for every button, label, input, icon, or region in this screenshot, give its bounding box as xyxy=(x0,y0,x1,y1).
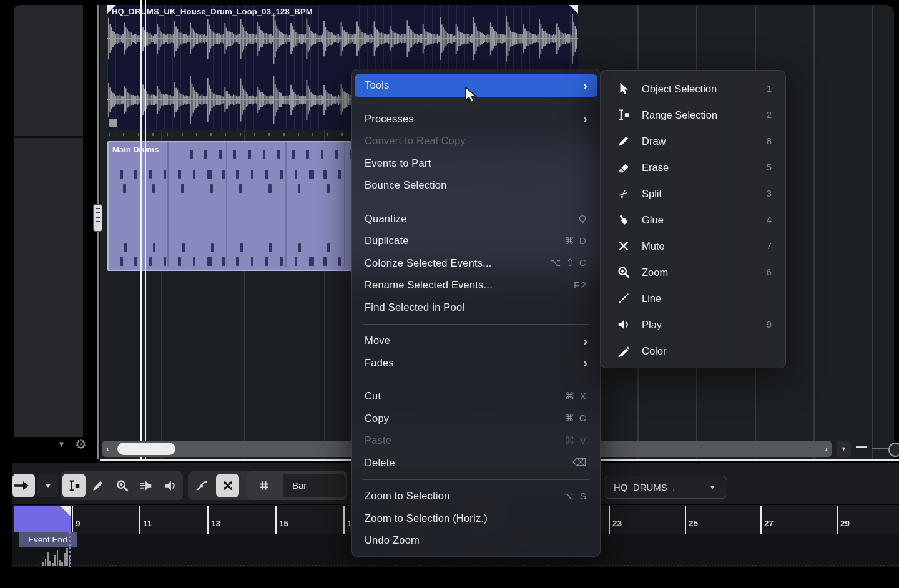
bar-tick xyxy=(225,133,226,136)
midi-note xyxy=(120,257,123,266)
splitter-handle[interactable] xyxy=(93,204,102,232)
menu-item-label: Quantize xyxy=(365,213,407,225)
menu-item-processes[interactable]: Processes› xyxy=(355,108,597,130)
scrub-tool-button[interactable] xyxy=(135,474,158,497)
range-selection-tool-button[interactable] xyxy=(62,474,86,497)
menu-separator xyxy=(363,479,589,480)
ruler-tick xyxy=(760,506,762,534)
snap-grid-control[interactable]: Bar xyxy=(247,471,347,500)
playhead-cursor[interactable] xyxy=(140,0,146,459)
menu-item-label: Find Selected in Pool xyxy=(365,301,464,313)
submenu-item-label: Color xyxy=(642,345,666,357)
chevron-down-icon: ▼ xyxy=(709,476,715,498)
midi-note xyxy=(222,170,225,179)
submenu-item-line[interactable]: Line xyxy=(603,285,783,311)
scroll-left-icon[interactable]: ‹ xyxy=(106,444,109,453)
zoom-out-icon[interactable]: — xyxy=(856,440,867,453)
submenu-key-label: 7 xyxy=(766,240,772,252)
draw-tool-button[interactable] xyxy=(87,474,110,497)
selection-tool-button[interactable] xyxy=(12,474,35,497)
submenu-item-glue[interactable]: Glue4 xyxy=(603,207,783,233)
menu-shortcut: ⌥ S xyxy=(563,491,587,502)
midi-note xyxy=(149,257,152,266)
event-corner-handle[interactable] xyxy=(569,5,578,14)
glue-icon xyxy=(616,212,632,227)
submenu-item-play[interactable]: Play9 xyxy=(603,311,783,338)
bar-tick xyxy=(138,133,139,136)
midi-note xyxy=(248,150,251,159)
audio-event-fragment[interactable] xyxy=(14,506,71,532)
menu-item-duplicate[interactable]: Duplicate⌘ D xyxy=(355,230,597,252)
zoom-tool-button[interactable] xyxy=(111,474,134,497)
scrollbar-thumb[interactable] xyxy=(117,443,175,455)
waveform-fragment xyxy=(42,548,71,566)
fade-curve-button[interactable] xyxy=(190,474,213,497)
bar-tick xyxy=(196,133,197,136)
midi-note xyxy=(149,170,152,179)
menu-item-zoom-to-selection-horiz[interactable]: Zoom to Selection (Horiz.) xyxy=(355,507,597,530)
midi-note xyxy=(222,257,225,266)
color-icon xyxy=(616,343,632,358)
scroll-right-icon[interactable]: › xyxy=(825,444,828,453)
midi-note xyxy=(277,150,280,159)
submenu-item-zoom[interactable]: Zoom6 xyxy=(603,259,783,285)
submenu-item-object-selection[interactable]: Object Selection1 xyxy=(603,76,783,102)
zoom-preset-dropdown[interactable]: ▼ xyxy=(837,441,851,457)
menu-item-label: Zoom to Selection (Horiz.) xyxy=(365,512,488,524)
menu-item-fades[interactable]: Fades› xyxy=(355,352,597,375)
snap-arrows-button[interactable] xyxy=(216,474,239,497)
menu-item-move[interactable]: Move› xyxy=(355,330,597,352)
track-list-panel[interactable] xyxy=(14,5,83,437)
submenu-item-color[interactable]: Color xyxy=(603,338,783,364)
grid-icon xyxy=(252,474,275,497)
menu-item-label: Copy xyxy=(365,413,389,424)
submenu-item-draw[interactable]: Draw8 xyxy=(603,128,783,154)
menu-item-undo-zoom[interactable]: Undo Zoom xyxy=(355,529,597,552)
play-tool-button[interactable] xyxy=(159,474,182,497)
submenu-item-erase[interactable]: Erase5 xyxy=(603,154,783,180)
midi-note xyxy=(309,257,314,266)
submenu-chevron-icon: › xyxy=(583,79,587,92)
split-icon: ✂ xyxy=(616,186,632,201)
submenu-item-split[interactable]: ✂Split3 xyxy=(603,180,783,207)
tool-options-dropdown[interactable] xyxy=(37,474,58,497)
midi-note xyxy=(295,257,298,266)
midi-note xyxy=(239,184,242,193)
submenu-item-mute[interactable]: Mute7 xyxy=(603,233,783,259)
midi-note xyxy=(292,150,295,159)
midi-note xyxy=(327,243,330,252)
grid-type-dropdown[interactable]: Bar xyxy=(283,474,346,497)
menu-separator xyxy=(363,380,589,380)
menu-item-delete[interactable]: Delete⌫ xyxy=(355,452,597,474)
submenu-item-label: Mute xyxy=(642,240,665,252)
menu-item-bounce-selection[interactable]: Bounce Selection xyxy=(355,174,597,197)
zoom-slider-knob[interactable] xyxy=(888,443,899,457)
submenu-key-label: 8 xyxy=(766,135,772,147)
menu-item-label: Fades xyxy=(365,357,394,369)
submenu-item-range-selection[interactable]: Range Selection2 xyxy=(603,102,783,128)
midi-note xyxy=(207,170,212,179)
submenu-item-label: Glue xyxy=(642,214,664,226)
midi-note xyxy=(323,170,327,179)
menu-item-copy[interactable]: Copy⌘ C xyxy=(355,408,597,430)
play-icon xyxy=(616,317,632,332)
menu-item-colorize-selected-events[interactable]: Colorize Selected Events...⌥ ⇧ C xyxy=(355,252,597,275)
erase-icon xyxy=(616,160,632,175)
gear-icon[interactable]: ⚙ xyxy=(75,437,87,452)
menu-item-rename-selected-events[interactable]: Rename Selected Events...F2 xyxy=(355,274,597,296)
menu-item-find-selected-in-pool[interactable]: Find Selected in Pool xyxy=(355,296,597,319)
menu-item-events-to-part[interactable]: Events to Part xyxy=(355,152,597,175)
menu-item-label: Delete xyxy=(365,457,395,469)
event-resize-handle[interactable] xyxy=(109,119,117,127)
chevron-down-icon[interactable]: ▼ xyxy=(57,439,66,449)
menu-item-cut[interactable]: Cut⌘ X xyxy=(355,385,597,408)
midi-note xyxy=(236,257,239,266)
event-selector-dropdown[interactable]: HQ_DRUMS_. ▼ xyxy=(604,476,727,499)
menu-item-convert-to-real-copy: Convert to Real Copy xyxy=(355,130,597,152)
midi-note xyxy=(120,170,123,179)
event-corner-handle[interactable] xyxy=(107,5,116,14)
ruler-tick xyxy=(275,506,277,534)
midi-note xyxy=(298,184,301,193)
menu-item-quantize[interactable]: QuantizeQ xyxy=(355,208,597,230)
menu-item-zoom-to-selection[interactable]: Zoom to Selection⌥ S xyxy=(355,485,597,507)
